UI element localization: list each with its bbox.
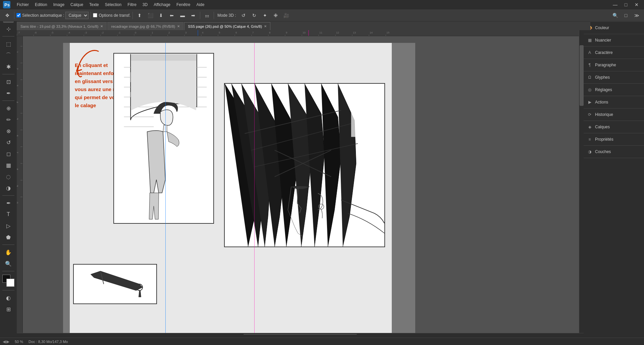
mode3d-btn4[interactable]: ✙	[271, 11, 280, 20]
dodge-tool[interactable]: ◑	[3, 183, 14, 193]
tool-divider-7	[2, 290, 14, 290]
mode3d-btn1[interactable]: ↺	[239, 11, 248, 20]
panel-actions-header[interactable]: ▶ Actions	[584, 96, 644, 108]
horizontal-scrollbar[interactable]	[17, 333, 584, 338]
align-vcenter-button[interactable]: ⬛	[146, 11, 155, 20]
vertical-scrollbar[interactable]	[579, 30, 584, 333]
panel-nuancier-header[interactable]: ▦ Nuancier	[584, 34, 644, 46]
screen-mode-tool[interactable]: ⊞	[3, 304, 14, 315]
tab-2[interactable]: SS5 page (26).psd @ 50% (Calque 4, Gris/…	[184, 22, 270, 30]
align-top-button[interactable]: ⬆	[135, 11, 144, 20]
toolbar-separator-4	[200, 12, 200, 19]
align-right-button[interactable]: ➡	[189, 11, 198, 20]
maximize-button[interactable]: □	[621, 0, 631, 9]
magic-wand-tool[interactable]: ✱	[3, 61, 14, 72]
lasso-tool[interactable]: ⌒	[3, 50, 14, 61]
menu-affichage[interactable]: Affichage	[151, 2, 173, 8]
panel-paragraphe-header[interactable]: ¶ Paragraphe	[584, 59, 644, 71]
quick-mask-tool[interactable]: ◐	[3, 292, 14, 303]
caractere-icon: A	[587, 50, 592, 55]
svg-text:2: 2	[168, 31, 170, 34]
artboard-tool[interactable]: ⊹	[3, 23, 14, 34]
history-brush-tool[interactable]: ↺	[3, 137, 14, 148]
hand-tool[interactable]: ✋	[3, 247, 14, 258]
distribute-button[interactable]: ⚏	[202, 11, 212, 20]
vscroll-thumb[interactable]	[580, 45, 584, 106]
minimize-button[interactable]: —	[610, 0, 620, 9]
svg-text:-7: -7	[17, 31, 20, 34]
color-swatch[interactable]	[2, 275, 14, 287]
tab-1-close[interactable]: ✕	[177, 24, 180, 28]
hscroll-thumb[interactable]	[244, 334, 357, 335]
menu-edition[interactable]: Edition	[32, 2, 50, 8]
healing-tool[interactable]: ⊕	[3, 103, 14, 114]
eraser-tool[interactable]: ◻	[3, 148, 14, 159]
tab-0[interactable]: Sans titre - 19.psd @ 33,3% (Niveaux 1, …	[17, 22, 107, 30]
canvas-content: En cliquant et maintenant enfoncé en gli…	[23, 36, 584, 338]
nuancier-icon: ▦	[587, 38, 592, 43]
panel-left	[113, 53, 214, 224]
tab-1[interactable]: recadrage image.jpg @ 66,7% (RVB/8) ✕	[107, 22, 183, 30]
menu-selection[interactable]: Sélection	[102, 2, 124, 8]
zoom-tool[interactable]: 🔍	[3, 258, 14, 269]
menu-calque[interactable]: Calque	[68, 2, 86, 8]
crop-tool[interactable]: ⊡	[3, 76, 14, 87]
blur-tool[interactable]: ◌	[3, 171, 14, 182]
svg-text:-4: -4	[68, 31, 70, 34]
calques-label: Calques	[595, 125, 610, 129]
mode3d-btn2[interactable]: ↻	[250, 11, 259, 20]
mode3d-btn5[interactable]: 🎥	[282, 11, 291, 20]
move-tool-button[interactable]: ✥	[3, 11, 12, 20]
menu-filtre[interactable]: Filtre	[125, 2, 139, 8]
menu-fenetre[interactable]: Fenêtre	[174, 2, 193, 8]
eyedropper-tool[interactable]: ✒	[3, 88, 14, 98]
extra-button[interactable]: ≫	[632, 11, 641, 20]
shape-tool[interactable]: ⬟	[3, 232, 14, 243]
panel-caractere-header[interactable]: A Caractère	[584, 47, 644, 59]
clone-tool[interactable]: ⊗	[3, 126, 14, 136]
toolbar-separator-5	[214, 12, 214, 19]
panel-calques-header[interactable]: ◈ Calques	[584, 121, 644, 133]
menu-fichier[interactable]: Fichier	[14, 2, 32, 8]
status-arrow-left[interactable]: ◀	[3, 339, 6, 344]
search-button[interactable]: 🔍	[610, 11, 620, 20]
tab-0-close[interactable]: ✕	[100, 24, 103, 28]
options-transf-checkbox[interactable]	[93, 13, 97, 17]
menu-aide[interactable]: Aide	[194, 2, 207, 8]
calque-select[interactable]: Calque	[65, 12, 89, 19]
menu-image[interactable]: Image	[51, 2, 67, 8]
selection-auto-checkbox[interactable]	[16, 13, 21, 17]
workspaces-button[interactable]: □	[621, 11, 631, 20]
marquee-tool[interactable]: ⬚	[3, 39, 14, 49]
menu-texte[interactable]: Texte	[87, 2, 102, 8]
brush-tool[interactable]: ✏	[3, 114, 14, 125]
svg-text:7: 7	[17, 152, 19, 153]
mode3d-btn3[interactable]: ✦	[260, 11, 270, 20]
panel-couleur-header[interactable]: 🎨 Couleur	[584, 22, 644, 34]
panel-proprietes-header[interactable]: ≡ Propriétés	[584, 133, 644, 145]
align-hcenter-button[interactable]: ▬	[178, 11, 187, 20]
panel-couches-header[interactable]: ◑ Couches	[584, 146, 644, 158]
gradient-tool[interactable]: ▦	[3, 160, 14, 170]
path-select-tool[interactable]: ▷	[3, 220, 14, 231]
panel-bottom	[73, 264, 157, 304]
tab-2-close[interactable]: ✕	[264, 24, 267, 28]
panel-glyphes-header[interactable]: Ω Glyphes	[584, 71, 644, 83]
status-arrow-right[interactable]: ▶	[6, 339, 9, 344]
toolbar: ✥ Sélection automatique : Calque Options…	[0, 9, 644, 21]
type-tool[interactable]: T	[3, 209, 14, 220]
menu-3d[interactable]: 3D	[140, 2, 150, 8]
svg-text:4: 4	[17, 101, 19, 103]
tab-1-label: recadrage image.jpg @ 66,7% (RVB/8)	[111, 24, 175, 28]
align-left-button[interactable]: ⬅	[167, 11, 176, 20]
pen-tool[interactable]: ✒	[3, 198, 14, 208]
panel-section-calques: ◈ Calques	[584, 121, 644, 133]
panel-section-nuancier: ▦ Nuancier	[584, 34, 644, 47]
panel-reglages-header[interactable]: ◎ Réglages	[584, 84, 644, 96]
panel-historique-header[interactable]: ⟳ Historique	[584, 109, 644, 121]
reglages-icon: ◎	[587, 87, 592, 92]
svg-text:15: 15	[386, 31, 389, 34]
background-color[interactable]	[6, 279, 14, 287]
close-button[interactable]: ✕	[632, 0, 641, 9]
align-bottom-button[interactable]: ⬇	[156, 11, 166, 20]
